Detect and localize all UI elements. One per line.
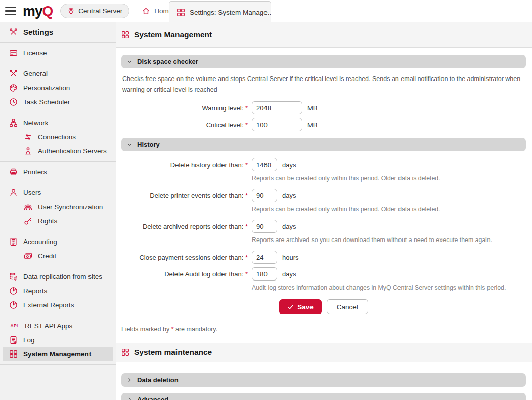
sidebar-group: License [0, 43, 116, 63]
sidebar-item-label: Connections [38, 133, 76, 141]
swap-arrows-icon [24, 133, 32, 141]
sidebar-item-personalization[interactable]: Personalization [0, 81, 116, 95]
warning-level-row: Warning level: *MB [121, 101, 526, 114]
form-buttons: Save Cancel [121, 299, 526, 314]
menu-icon[interactable] [5, 7, 16, 15]
delete-printer-events-older-than-input[interactable] [252, 189, 277, 202]
section-data-deletion[interactable]: Data deletion [121, 373, 526, 387]
critical-level-row: Critical level: *MB [121, 118, 526, 131]
delete-history-older-than-input[interactable] [252, 158, 277, 171]
required-asterisk: * [245, 254, 248, 261]
check-icon [287, 304, 294, 310]
section-label: Data deletion [137, 376, 179, 384]
required-asterisk: * [245, 192, 248, 199]
delete-audit-log-older-than-unit: days [282, 270, 296, 278]
delete-archived-reports-older-than-input[interactable] [252, 220, 277, 233]
logo-text-q: Q [42, 3, 53, 19]
license-card-icon [9, 49, 18, 57]
sidebar-item-data-replication-from-sites[interactable]: Data replication from sites [0, 269, 116, 284]
history-fields: Delete history older than: *daysReports … [121, 158, 526, 291]
home-tab[interactable]: Home [142, 7, 172, 15]
critical-level-label: Critical level: * [121, 121, 248, 129]
close-payment-sessions-older-than-row: Close payment sessions older than: *hour… [121, 251, 526, 264]
sidebar-item-rights[interactable]: Rights [0, 214, 116, 228]
sidebar-item-reports[interactable]: Reports [0, 284, 116, 298]
sidebar-item-label: Network [23, 119, 49, 127]
save-button[interactable]: Save [279, 299, 322, 314]
chevron-down-icon [126, 58, 133, 65]
mandatory-note-suffix: are mandatory. [174, 326, 218, 333]
warning-level-input[interactable] [252, 101, 302, 114]
save-button-label: Save [297, 303, 314, 311]
sidebar-item-label: Rights [38, 217, 57, 225]
delete-audit-log-older-than-row: Delete Audit log older than: *days [121, 267, 526, 281]
critical-level-unit: MB [307, 121, 318, 129]
settings-sidebar: Settings LicenseGeneralPersonalizationTa… [0, 22, 116, 400]
disk-fields: Warning level: *MBCritical level: *MB [121, 101, 526, 131]
sidebar-item-users[interactable]: Users [0, 185, 116, 199]
sidebar-item-task-scheduler[interactable]: Task Scheduler [0, 95, 116, 109]
critical-level-input[interactable] [252, 118, 302, 131]
grid-icon [9, 350, 18, 358]
log-document-icon [9, 336, 18, 344]
delete-printer-events-older-than-label: Delete printer events older than: * [121, 192, 248, 199]
sidebar-item-label: Data replication from sites [23, 273, 102, 281]
sidebar-item-label: External Reports [23, 301, 74, 309]
section-disk-space-checker[interactable]: Disk space checker [121, 55, 526, 68]
key-icon [24, 217, 32, 225]
delete-audit-log-older-than-input[interactable] [252, 267, 277, 281]
tools-icon [9, 69, 18, 78]
sidebar-item-external-reports[interactable]: External Reports [0, 298, 116, 312]
sidebar-item-network[interactable]: Network [0, 115, 116, 130]
sidebar-item-authentication-servers[interactable]: Authentication Servers [0, 144, 116, 158]
sidebar-item-connections[interactable]: Connections [0, 130, 116, 144]
page-title-label: System Management [134, 30, 212, 39]
sidebar-item-log[interactable]: Log [0, 333, 116, 347]
delete-audit-log-older-than-hint: Audit log stores information about chang… [252, 284, 526, 291]
sidebar-item-license[interactable]: License [0, 46, 116, 60]
server-selector-label: Central Server [78, 7, 122, 15]
app-window: myQ Central Server Home Settings: System… [0, 0, 532, 400]
required-asterisk: * [245, 104, 248, 112]
delete-printer-events-older-than-hint: Reports can be created only within this … [252, 206, 526, 213]
sidebar-item-label: General [23, 70, 48, 77]
sidebar-item-printers[interactable]: Printers [0, 165, 116, 179]
sidebar-nav-groups: LicenseGeneralPersonalizationTask Schedu… [0, 43, 116, 365]
database-sync-icon [9, 272, 18, 281]
chevron-down-icon [126, 141, 133, 148]
sidebar-item-user-synchronization[interactable]: User Synchronization [0, 199, 116, 214]
sidebar-item-label: License [23, 49, 47, 57]
history-section-label: History [137, 141, 160, 148]
server-selector-button[interactable]: Central Server [60, 4, 129, 18]
warning-level-label: Warning level: * [121, 104, 248, 112]
grid-icon [176, 8, 185, 17]
people-group-icon [24, 203, 32, 211]
delete-printer-events-older-than-row: Delete printer events older than: *days [121, 189, 526, 202]
cancel-button[interactable]: Cancel [327, 299, 368, 314]
sidebar-item-label: Authentication Servers [38, 147, 107, 155]
printer-icon [9, 168, 18, 176]
tab-settings-system-management[interactable]: Settings: System Manage... [169, 1, 271, 23]
sidebar-item-label: System Management [23, 350, 91, 358]
close-payment-sessions-older-than-input[interactable] [252, 251, 277, 264]
delete-archived-reports-older-than-unit: days [282, 223, 296, 230]
close-payment-sessions-older-than-unit: hours [282, 254, 299, 261]
sidebar-group: UsersUser SynchronizationRights [0, 182, 116, 231]
sidebar-item-label: Task Scheduler [23, 98, 70, 106]
sidebar-item-rest-api-apps[interactable]: APIREST API Apps [0, 318, 116, 333]
section-history[interactable]: History [121, 138, 526, 151]
sidebar-item-system-management[interactable]: System Management [3, 347, 113, 361]
required-asterisk: * [245, 223, 248, 230]
sidebar-title-label: Settings [23, 28, 53, 36]
section-advanced[interactable]: Advanced [121, 393, 526, 400]
tab-label: Settings: System Manage... [190, 9, 271, 16]
top-bar: myQ Central Server Home Settings: System… [0, 0, 532, 22]
home-icon [142, 7, 150, 15]
person-podium-icon [24, 147, 32, 155]
sidebar-group: AccountingCredit [0, 231, 116, 266]
sidebar-item-credit[interactable]: Credit [0, 249, 116, 263]
sidebar-item-label: REST API Apps [25, 322, 72, 330]
sidebar-item-general[interactable]: General [0, 66, 116, 81]
required-asterisk: * [245, 270, 248, 278]
sidebar-item-accounting[interactable]: Accounting [0, 234, 116, 249]
